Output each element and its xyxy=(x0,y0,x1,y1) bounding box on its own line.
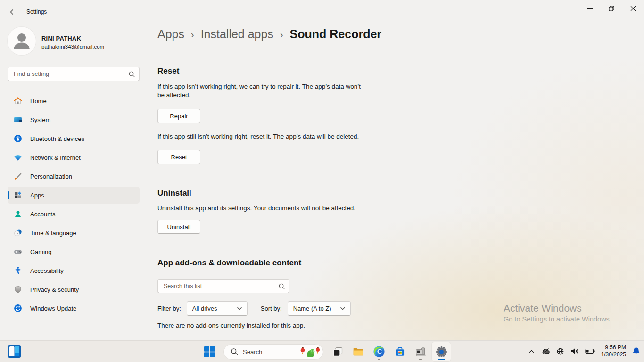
uninstall-button[interactable]: Uninstall xyxy=(157,220,200,234)
taskbar-clock[interactable]: 9:56 PM 1/30/2025 xyxy=(601,344,626,358)
sidebar-item-label: Network & internet xyxy=(30,154,81,161)
close-button[interactable] xyxy=(622,0,644,17)
battery-icon[interactable] xyxy=(585,348,595,354)
wifi-icon xyxy=(13,153,23,162)
settings-gear-icon xyxy=(435,346,448,358)
reset-heading: Reset xyxy=(157,66,179,76)
volume-icon[interactable] xyxy=(570,347,579,355)
reset-button[interactable]: Reset xyxy=(157,150,200,164)
clock-time: 9:56 PM xyxy=(601,344,626,351)
sidebar-item-label: System xyxy=(30,116,50,123)
close-icon xyxy=(630,6,636,11)
filter-label: Filter by: xyxy=(157,305,181,312)
minimize-button[interactable] xyxy=(579,0,601,17)
file-explorer-button[interactable] xyxy=(349,342,368,361)
windows-start-icon xyxy=(204,346,215,358)
minimize-icon xyxy=(587,6,593,11)
onedrive-off-icon[interactable] xyxy=(541,347,550,355)
breadcrumb: Apps › Installed apps › Sound Recorder xyxy=(157,27,381,41)
uninstall-heading: Uninstall xyxy=(157,189,191,198)
activate-windows-watermark: Activate Windows Go to Settings to activ… xyxy=(504,303,626,323)
sidebar-item-windows-update[interactable]: Windows Update xyxy=(8,300,140,317)
sort-value: Name (A to Z) xyxy=(293,305,331,312)
sort-dropdown[interactable]: Name (A to Z) xyxy=(288,301,351,316)
windows-update-icon xyxy=(13,304,23,313)
microsoft-store-icon xyxy=(394,346,406,358)
system-tray: 9:56 PM 1/30/2025 xyxy=(528,340,640,362)
sidebar-item-label: Personalization xyxy=(30,173,72,180)
settings-search-box[interactable] xyxy=(8,67,140,81)
addons-search-box[interactable] xyxy=(157,279,289,293)
sidebar-item-time-language[interactable]: Time & language xyxy=(8,224,140,241)
sidebar-item-privacy-security[interactable]: Privacy & security xyxy=(8,281,140,298)
microsoft-store-button[interactable] xyxy=(390,342,409,361)
taskbar-center: Search xyxy=(200,342,451,361)
window-controls xyxy=(579,0,644,17)
sidebar-item-gaming[interactable]: Gaming xyxy=(8,243,140,260)
sidebar-item-system[interactable]: System xyxy=(8,111,140,128)
sidebar-item-label: Gaming xyxy=(30,248,52,255)
uninstall-description: Uninstall this app and its settings. You… xyxy=(157,204,355,213)
chevron-down-icon xyxy=(340,307,345,310)
brush-icon xyxy=(13,172,23,181)
filter-dropdown[interactable]: All drives xyxy=(187,301,248,316)
breadcrumb-installed-apps[interactable]: Installed apps xyxy=(201,27,273,41)
settings-app-button[interactable] xyxy=(432,342,451,361)
chevron-down-icon xyxy=(237,307,242,310)
repair-description: If this app isn’t working right, we can … xyxy=(157,82,367,99)
restore-button[interactable] xyxy=(601,0,622,17)
profile-email: pathakrini343@gmail.com xyxy=(41,44,104,49)
legacy-app-button[interactable] xyxy=(411,342,430,361)
sidebar-item-network-internet[interactable]: Network & internet xyxy=(8,149,140,166)
sidebar-item-accessibility[interactable]: Accessibility xyxy=(8,262,140,279)
addons-empty-message: There are no add-ons currently installed… xyxy=(157,321,305,330)
active-app-indicator xyxy=(438,359,445,360)
sidebar-item-bluetooth-devices[interactable]: Bluetooth & devices xyxy=(8,130,140,147)
sidebar-item-label: Home xyxy=(30,98,47,105)
task-view-button[interactable] xyxy=(328,342,347,361)
restore-icon xyxy=(609,6,614,11)
back-button[interactable] xyxy=(6,6,21,18)
profile-name: RINI PATHAK xyxy=(41,35,81,42)
selected-indicator xyxy=(8,191,9,199)
time-language-icon xyxy=(13,228,23,238)
bluetooth-icon xyxy=(13,134,23,143)
addons-search-input[interactable] xyxy=(164,283,278,289)
breadcrumb-separator: › xyxy=(191,28,194,40)
tray-chevron-up-icon[interactable] xyxy=(528,348,535,355)
start-button[interactable] xyxy=(200,342,219,361)
back-arrow-icon xyxy=(9,8,17,16)
widgets-button[interactable] xyxy=(8,345,21,358)
notification-bell-icon[interactable] xyxy=(632,347,640,355)
filter-sort-row: Filter by: All drives Sort by: Name (A t… xyxy=(157,301,351,316)
page-title: Sound Recorder xyxy=(290,27,381,41)
sort-label: Sort by: xyxy=(261,305,282,312)
edge-icon xyxy=(373,346,385,358)
repair-button[interactable]: Repair xyxy=(157,109,200,123)
window-title: Settings xyxy=(26,8,47,15)
search-icon xyxy=(128,71,135,78)
sidebar-item-label: Accounts xyxy=(30,211,55,218)
running-indicator xyxy=(378,359,380,360)
avatar[interactable] xyxy=(8,27,36,55)
sidebar-item-apps[interactable]: Apps xyxy=(8,187,140,204)
watermark-title: Activate Windows xyxy=(504,303,626,314)
sidebar-item-home[interactable]: Home xyxy=(8,92,140,109)
addons-heading: App add-ons & downloadable content xyxy=(157,258,301,268)
accounts-icon xyxy=(13,209,23,219)
home-icon xyxy=(13,96,23,106)
shield-icon xyxy=(13,285,23,294)
sidebar-nav: Home System Bluetooth & devices Network … xyxy=(8,92,140,319)
filter-value: All drives xyxy=(192,305,217,312)
seasonal-snake-lanterns-icon xyxy=(300,346,320,358)
sidebar-item-personalization[interactable]: Personalization xyxy=(8,168,140,185)
no-internet-globe-icon[interactable] xyxy=(556,347,564,355)
taskbar-search[interactable]: Search xyxy=(223,344,323,360)
edge-button[interactable] xyxy=(370,342,388,361)
settings-search-input[interactable] xyxy=(14,71,128,77)
breadcrumb-apps[interactable]: Apps xyxy=(157,27,184,41)
sidebar-item-label: Apps xyxy=(30,192,44,199)
search-icon xyxy=(231,348,238,355)
watermark-subtitle: Go to Settings to activate Windows. xyxy=(504,315,626,323)
sidebar-item-accounts[interactable]: Accounts xyxy=(8,206,140,222)
